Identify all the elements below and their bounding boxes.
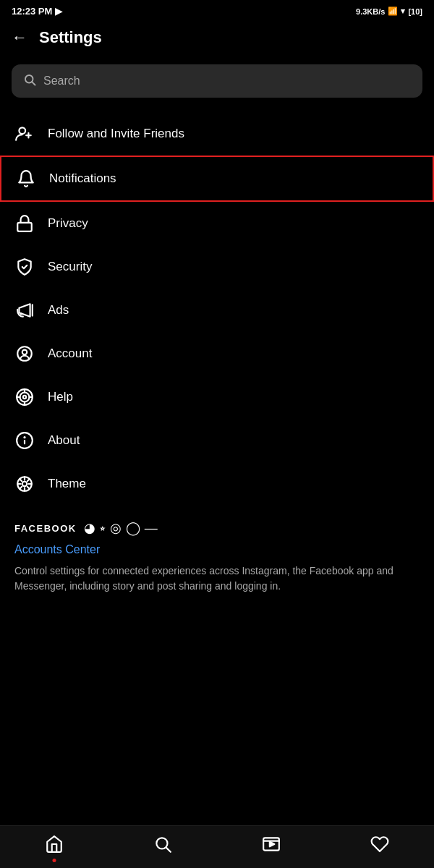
ads-label: Ads [48, 303, 69, 318]
svg-line-27 [20, 479, 22, 481]
settings-item-theme[interactable]: Theme [0, 462, 434, 506]
svg-line-29 [20, 487, 22, 489]
svg-line-30 [27, 479, 30, 481]
follow-icon [14, 124, 35, 144]
accounts-center-description: Control settings for connected experienc… [14, 563, 420, 594]
svg-line-28 [27, 487, 30, 489]
security-label: Security [48, 260, 92, 274]
settings-list: Follow and Invite Friends Notifications … [0, 112, 434, 506]
fb-messenger-icon: ⭒ [100, 521, 106, 536]
svg-point-2 [19, 127, 25, 134]
svg-point-10 [22, 350, 27, 355]
header: ← Settings [0, 20, 434, 59]
info-icon [14, 430, 35, 451]
fb-portal-icon: — [145, 521, 158, 536]
settings-item-privacy[interactable]: Privacy [0, 202, 434, 245]
search-placeholder: Search [43, 75, 80, 88]
lock-icon [14, 213, 35, 234]
settings-item-notifications[interactable]: Notifications [0, 156, 434, 202]
settings-item-help[interactable]: Help [0, 375, 434, 419]
about-label: About [48, 433, 80, 448]
settings-item-follow[interactable]: Follow and Invite Friends [0, 112, 434, 156]
search-icon [23, 73, 36, 89]
wifi-icon: ▾ [401, 7, 405, 16]
svg-point-12 [20, 393, 30, 402]
shield-icon [14, 257, 35, 277]
heart-icon [370, 835, 389, 856]
search-bar[interactable]: Search [12, 64, 422, 98]
time: 12:23 PM [12, 6, 52, 17]
theme-label: Theme [48, 477, 86, 491]
svg-line-1 [32, 82, 35, 85]
nav-heart[interactable] [370, 835, 389, 856]
account-label: Account [48, 346, 92, 361]
fb-instagram-icon: ◎ [110, 520, 122, 536]
svg-marker-34 [270, 842, 275, 847]
location-icon: ▶ [55, 6, 62, 17]
signal-icons: 📶 [388, 7, 398, 16]
help-icon [14, 387, 35, 407]
megaphone-icon [14, 300, 35, 320]
facebook-brand: FACEBOOK ◕ ⭒ ◎ ◯ — [14, 520, 420, 536]
facebook-icons: ◕ ⭒ ◎ ◯ — [84, 520, 158, 536]
settings-item-ads[interactable]: Ads [0, 289, 434, 332]
search-nav-icon [153, 835, 172, 856]
status-right: 9.3KB/s 📶 ▾ [10] [356, 7, 422, 16]
account-icon [14, 344, 35, 364]
facebook-brand-text: FACEBOOK [14, 523, 77, 534]
settings-item-about[interactable]: About [0, 419, 434, 462]
battery-icon: [10] [408, 7, 422, 16]
notifications-label: Notifications [49, 171, 116, 186]
status-bar: 12:23 PM ▶ 9.3KB/s 📶 ▾ [10] [0, 0, 434, 20]
follow-label: Follow and Invite Friends [48, 127, 184, 141]
nav-search[interactable] [153, 835, 172, 856]
page-title: Settings [39, 28, 102, 47]
privacy-label: Privacy [48, 216, 88, 231]
svg-line-32 [166, 848, 171, 852]
svg-point-22 [22, 482, 27, 487]
fb-facebook-icon: ◕ [84, 520, 95, 536]
accounts-center-link[interactable]: Accounts Center [14, 543, 420, 556]
theme-icon [14, 474, 35, 494]
svg-point-13 [23, 396, 26, 399]
settings-item-account[interactable]: Account [0, 332, 434, 375]
bottom-nav [0, 825, 434, 868]
back-button[interactable]: ← [12, 28, 27, 47]
help-label: Help [48, 390, 73, 404]
svg-rect-5 [17, 223, 32, 231]
svg-point-8 [20, 312, 22, 315]
home-dot [53, 859, 56, 862]
home-icon [45, 835, 64, 856]
network-speed: 9.3KB/s [356, 7, 385, 16]
nav-reels[interactable] [262, 835, 281, 856]
bell-icon [16, 169, 36, 189]
reels-icon [262, 835, 281, 856]
facebook-section: FACEBOOK ◕ ⭒ ◎ ◯ — Accounts Center Contr… [0, 506, 434, 600]
fb-whatsapp-icon: ◯ [126, 520, 140, 536]
settings-item-security[interactable]: Security [0, 245, 434, 289]
nav-home[interactable] [45, 835, 64, 856]
